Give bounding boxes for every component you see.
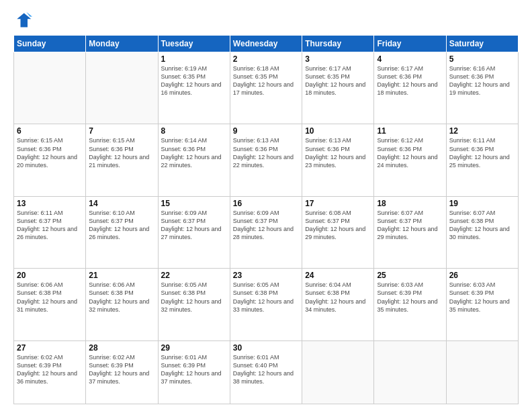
- weekday-monday: Monday: [86, 36, 158, 52]
- weekday-header-row: SundayMondayTuesdayWednesdayThursdayFrid…: [14, 36, 519, 52]
- logo: [13, 11, 35, 30]
- weekday-sunday: Sunday: [14, 36, 86, 52]
- day-info: Sunrise: 6:05 AM Sunset: 6:38 PM Dayligh…: [233, 281, 299, 314]
- day-info: Sunrise: 6:07 AM Sunset: 6:38 PM Dayligh…: [449, 209, 515, 242]
- day-info: Sunrise: 6:03 AM Sunset: 6:39 PM Dayligh…: [449, 281, 515, 314]
- day-number: 7: [89, 126, 154, 136]
- day-info: Sunrise: 6:02 AM Sunset: 6:39 PM Dayligh…: [17, 353, 83, 386]
- day-info: Sunrise: 6:13 AM Sunset: 6:36 PM Dayligh…: [233, 136, 299, 169]
- day-cell: [446, 340, 518, 404]
- day-cell: 2Sunrise: 6:18 AM Sunset: 6:35 PM Daylig…: [230, 52, 302, 124]
- day-cell: 21Sunrise: 6:06 AM Sunset: 6:38 PM Dayli…: [86, 269, 158, 340]
- day-info: Sunrise: 6:08 AM Sunset: 6:37 PM Dayligh…: [305, 209, 371, 242]
- day-cell: [86, 52, 158, 124]
- day-number: 16: [233, 199, 299, 208]
- day-info: Sunrise: 6:06 AM Sunset: 6:38 PM Dayligh…: [17, 281, 83, 314]
- week-row-4: 20Sunrise: 6:06 AM Sunset: 6:38 PM Dayli…: [14, 269, 519, 340]
- day-cell: 8Sunrise: 6:14 AM Sunset: 6:36 PM Daylig…: [158, 124, 230, 196]
- day-cell: 10Sunrise: 6:13 AM Sunset: 6:36 PM Dayli…: [302, 124, 374, 196]
- week-row-3: 13Sunrise: 6:11 AM Sunset: 6:37 PM Dayli…: [14, 196, 519, 268]
- day-cell: 16Sunrise: 6:09 AM Sunset: 6:37 PM Dayli…: [230, 196, 302, 268]
- day-info: Sunrise: 6:01 AM Sunset: 6:40 PM Dayligh…: [233, 353, 299, 386]
- day-info: Sunrise: 6:15 AM Sunset: 6:36 PM Dayligh…: [17, 136, 83, 169]
- calendar-table: SundayMondayTuesdayWednesdayThursdayFrid…: [13, 35, 519, 404]
- day-cell: [302, 340, 374, 404]
- day-number: 26: [449, 271, 515, 280]
- day-info: Sunrise: 6:15 AM Sunset: 6:36 PM Dayligh…: [89, 136, 154, 169]
- day-info: Sunrise: 6:16 AM Sunset: 6:36 PM Dayligh…: [449, 64, 515, 97]
- day-info: Sunrise: 6:06 AM Sunset: 6:38 PM Dayligh…: [89, 281, 154, 314]
- header: [13, 11, 519, 30]
- day-cell: 18Sunrise: 6:07 AM Sunset: 6:37 PM Dayli…: [374, 196, 446, 268]
- day-cell: [374, 340, 446, 404]
- day-number: 10: [305, 126, 371, 136]
- day-number: 13: [17, 199, 83, 208]
- day-number: 18: [377, 199, 443, 208]
- day-number: 11: [377, 126, 443, 136]
- day-cell: 27Sunrise: 6:02 AM Sunset: 6:39 PM Dayli…: [14, 340, 86, 404]
- day-info: Sunrise: 6:04 AM Sunset: 6:38 PM Dayligh…: [305, 281, 371, 314]
- day-number: 2: [233, 54, 299, 64]
- day-number: 8: [161, 126, 227, 136]
- week-row-5: 27Sunrise: 6:02 AM Sunset: 6:39 PM Dayli…: [14, 340, 519, 404]
- day-number: 12: [449, 126, 515, 136]
- day-cell: 3Sunrise: 6:17 AM Sunset: 6:35 PM Daylig…: [302, 52, 374, 124]
- day-number: 22: [161, 271, 227, 280]
- day-cell: 25Sunrise: 6:03 AM Sunset: 6:39 PM Dayli…: [374, 269, 446, 340]
- day-info: Sunrise: 6:09 AM Sunset: 6:37 PM Dayligh…: [161, 209, 227, 242]
- weekday-saturday: Saturday: [446, 36, 518, 52]
- weekday-wednesday: Wednesday: [230, 36, 302, 52]
- day-cell: 26Sunrise: 6:03 AM Sunset: 6:39 PM Dayli…: [446, 269, 518, 340]
- day-info: Sunrise: 6:03 AM Sunset: 6:39 PM Dayligh…: [377, 281, 443, 314]
- day-cell: 20Sunrise: 6:06 AM Sunset: 6:38 PM Dayli…: [14, 269, 86, 340]
- day-info: Sunrise: 6:14 AM Sunset: 6:36 PM Dayligh…: [161, 136, 227, 169]
- day-info: Sunrise: 6:18 AM Sunset: 6:35 PM Dayligh…: [233, 64, 299, 97]
- day-info: Sunrise: 6:17 AM Sunset: 6:35 PM Dayligh…: [305, 64, 371, 97]
- week-row-2: 6Sunrise: 6:15 AM Sunset: 6:36 PM Daylig…: [14, 124, 519, 196]
- day-number: 5: [449, 54, 515, 64]
- day-cell: 30Sunrise: 6:01 AM Sunset: 6:40 PM Dayli…: [230, 340, 302, 404]
- day-info: Sunrise: 6:01 AM Sunset: 6:39 PM Dayligh…: [161, 353, 227, 386]
- day-info: Sunrise: 6:02 AM Sunset: 6:39 PM Dayligh…: [89, 353, 154, 386]
- day-cell: 22Sunrise: 6:05 AM Sunset: 6:38 PM Dayli…: [158, 269, 230, 340]
- day-number: 28: [89, 343, 154, 353]
- day-info: Sunrise: 6:07 AM Sunset: 6:37 PM Dayligh…: [377, 209, 443, 242]
- day-cell: 14Sunrise: 6:10 AM Sunset: 6:37 PM Dayli…: [86, 196, 158, 268]
- day-info: Sunrise: 6:11 AM Sunset: 6:37 PM Dayligh…: [17, 209, 83, 242]
- logo-icon: [13, 11, 32, 30]
- day-number: 27: [17, 343, 83, 353]
- day-cell: 13Sunrise: 6:11 AM Sunset: 6:37 PM Dayli…: [14, 196, 86, 268]
- week-row-1: 1Sunrise: 6:19 AM Sunset: 6:35 PM Daylig…: [14, 52, 519, 124]
- day-cell: 5Sunrise: 6:16 AM Sunset: 6:36 PM Daylig…: [446, 52, 518, 124]
- day-number: 25: [377, 271, 443, 280]
- day-info: Sunrise: 6:10 AM Sunset: 6:37 PM Dayligh…: [89, 209, 154, 242]
- day-info: Sunrise: 6:05 AM Sunset: 6:38 PM Dayligh…: [161, 281, 227, 314]
- day-cell: 17Sunrise: 6:08 AM Sunset: 6:37 PM Dayli…: [302, 196, 374, 268]
- day-cell: 19Sunrise: 6:07 AM Sunset: 6:38 PM Dayli…: [446, 196, 518, 268]
- day-number: 23: [233, 271, 299, 280]
- day-cell: 1Sunrise: 6:19 AM Sunset: 6:35 PM Daylig…: [158, 52, 230, 124]
- day-number: 20: [17, 271, 83, 280]
- day-info: Sunrise: 6:12 AM Sunset: 6:36 PM Dayligh…: [377, 136, 443, 169]
- day-cell: 6Sunrise: 6:15 AM Sunset: 6:36 PM Daylig…: [14, 124, 86, 196]
- day-number: 17: [305, 199, 371, 208]
- day-number: 15: [161, 199, 227, 208]
- day-info: Sunrise: 6:13 AM Sunset: 6:36 PM Dayligh…: [305, 136, 371, 169]
- day-number: 19: [449, 199, 515, 208]
- day-info: Sunrise: 6:17 AM Sunset: 6:36 PM Dayligh…: [377, 64, 443, 97]
- weekday-tuesday: Tuesday: [158, 36, 230, 52]
- page: SundayMondayTuesdayWednesdayThursdayFrid…: [0, 0, 532, 411]
- day-cell: 29Sunrise: 6:01 AM Sunset: 6:39 PM Dayli…: [158, 340, 230, 404]
- day-number: 1: [161, 54, 227, 64]
- day-cell: 28Sunrise: 6:02 AM Sunset: 6:39 PM Dayli…: [86, 340, 158, 404]
- day-cell: 11Sunrise: 6:12 AM Sunset: 6:36 PM Dayli…: [374, 124, 446, 196]
- day-number: 6: [17, 126, 83, 136]
- day-cell: [14, 52, 86, 124]
- day-cell: 9Sunrise: 6:13 AM Sunset: 6:36 PM Daylig…: [230, 124, 302, 196]
- day-info: Sunrise: 6:11 AM Sunset: 6:36 PM Dayligh…: [449, 136, 515, 169]
- day-cell: 7Sunrise: 6:15 AM Sunset: 6:36 PM Daylig…: [86, 124, 158, 196]
- day-cell: 15Sunrise: 6:09 AM Sunset: 6:37 PM Dayli…: [158, 196, 230, 268]
- day-info: Sunrise: 6:09 AM Sunset: 6:37 PM Dayligh…: [233, 209, 299, 242]
- weekday-thursday: Thursday: [302, 36, 374, 52]
- day-number: 4: [377, 54, 443, 64]
